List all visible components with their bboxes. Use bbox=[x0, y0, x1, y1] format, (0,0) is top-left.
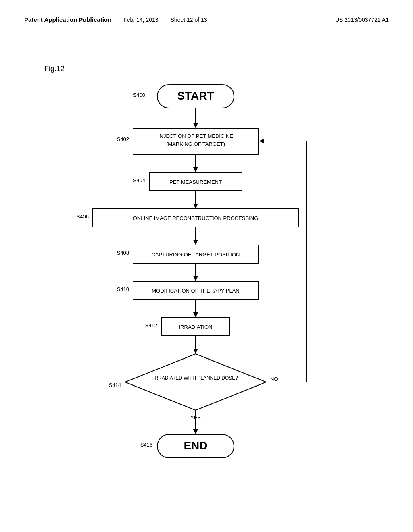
s406-node: ONLINE IMAGE RECONSTRUCTION PROCESSING S… bbox=[77, 209, 298, 227]
svg-marker-7 bbox=[125, 354, 266, 410]
header-patent: US 2013/0037722 A1 bbox=[335, 17, 389, 23]
start-text: START bbox=[177, 89, 214, 102]
arrow2-head bbox=[193, 167, 198, 172]
s406-text: ONLINE IMAGE RECONSTRUCTION PROCESSING bbox=[133, 215, 259, 221]
header: Patent Application Publication Feb. 14, … bbox=[0, 0, 413, 31]
s408-label: S408 bbox=[117, 250, 129, 256]
flowchart-container: START S400 INJECTION OF PET MEDICINE (MA… bbox=[0, 81, 413, 517]
s410-node: MODIFICATION OF THERAPY PLAN S410 bbox=[117, 281, 258, 299]
end-text: END bbox=[184, 439, 207, 452]
page: Patent Application Publication Feb. 14, … bbox=[0, 0, 413, 532]
s404-label: S404 bbox=[133, 177, 145, 183]
s414-label: S414 bbox=[109, 382, 121, 388]
s416-label: S416 bbox=[140, 442, 152, 448]
no-label: NO bbox=[270, 376, 278, 382]
arrow5-head bbox=[193, 276, 198, 281]
s410-label: S410 bbox=[117, 286, 129, 292]
start-node: START S400 bbox=[133, 85, 234, 108]
header-sheet: Sheet 12 of 13 bbox=[171, 17, 207, 23]
arrow1-head bbox=[193, 123, 198, 128]
s402-text2: (MARKING OF TARGET) bbox=[166, 141, 225, 147]
publication-label: Patent Application Publication bbox=[24, 16, 111, 23]
s412-label: S412 bbox=[145, 322, 157, 328]
arrow4-head bbox=[193, 240, 198, 245]
feedback-arrow-head bbox=[259, 139, 264, 143]
arrow8-head bbox=[193, 429, 198, 434]
s414-node: IRRADIATED WITH PLANNED DOSE? S414 bbox=[109, 354, 266, 410]
s412-node: IRRADIATION S412 bbox=[145, 318, 230, 336]
figure-label: Fig.12 bbox=[44, 64, 65, 73]
s404-text: PET MEASUREMENT bbox=[169, 179, 222, 185]
s406-label: S406 bbox=[77, 214, 89, 220]
s410-text: MODIFICATION OF THERAPY PLAN bbox=[152, 288, 239, 294]
s412-text: IRRADIATION bbox=[179, 324, 213, 330]
arrow7-head bbox=[193, 349, 198, 354]
s402-text1: INJECTION OF PET MEDICINE bbox=[158, 133, 233, 139]
end-node: END S416 bbox=[140, 434, 234, 458]
flowchart-svg: START S400 INJECTION OF PET MEDICINE (MA… bbox=[0, 81, 413, 516]
arrow3-head bbox=[193, 204, 198, 209]
s408-text: CAPTURING OF TARGET POSITION bbox=[152, 251, 240, 258]
s402-label: S402 bbox=[117, 136, 129, 142]
s400-label: S400 bbox=[133, 92, 145, 98]
s404-node: PET MEASUREMENT S404 bbox=[133, 172, 242, 191]
arrow6-head bbox=[193, 312, 198, 318]
s414-text1: IRRADIATED WITH PLANNED DOSE? bbox=[153, 375, 238, 381]
header-date: Feb. 14, 2013 bbox=[123, 17, 158, 23]
s408-node: CAPTURING OF TARGET POSITION S408 bbox=[117, 245, 258, 263]
s402-node: INJECTION OF PET MEDICINE (MARKING OF TA… bbox=[117, 128, 258, 154]
